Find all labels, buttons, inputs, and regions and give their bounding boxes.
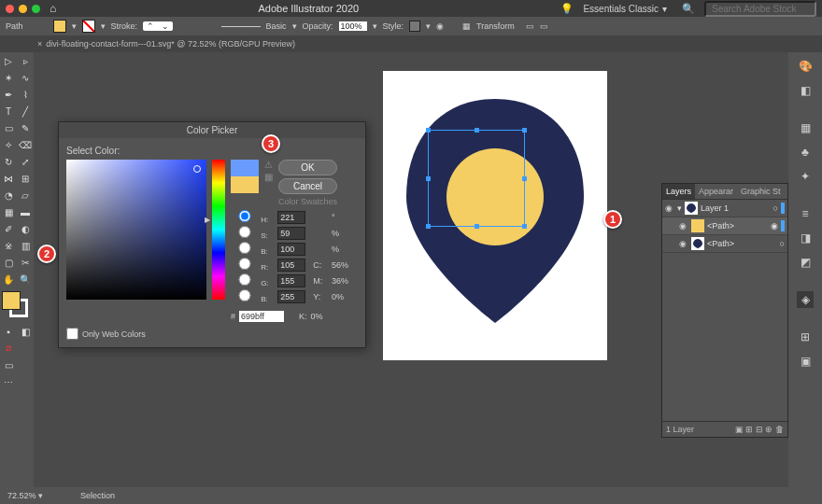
rotate-tool[interactable]: ↻ [0, 153, 17, 170]
tab-close-icon[interactable]: × [37, 39, 42, 49]
visibility-icon[interactable]: ◉ [679, 239, 688, 248]
artboard[interactable] [383, 71, 607, 360]
properties-panel-icon[interactable]: ⊞ [797, 329, 814, 345]
stroke-panel-icon[interactable]: ≡ [797, 205, 814, 222]
workspace-switcher[interactable]: Essentials Classic ▾ [583, 4, 673, 14]
eraser-tool[interactable]: ⌫ [17, 136, 34, 153]
tab-graphic-styles[interactable]: Graphic St [737, 184, 785, 199]
symbol-sprayer-tool[interactable]: ※ [0, 237, 17, 254]
disclosure-icon[interactable]: ▾ [677, 203, 682, 213]
b-input[interactable] [277, 243, 305, 256]
web-colors-input[interactable] [66, 328, 78, 340]
color-guide-panel-icon[interactable]: ◧ [797, 82, 814, 99]
color-mode-icon[interactable]: ▪ [0, 323, 17, 340]
target-icon[interactable]: ○ [773, 203, 778, 213]
search-input[interactable] [704, 1, 816, 17]
window-controls[interactable] [6, 5, 40, 13]
graph-tool[interactable]: ▥ [17, 237, 34, 254]
pen-tool[interactable]: ✒ [0, 86, 17, 103]
hue-slider[interactable] [212, 160, 225, 300]
stroke-weight-input[interactable]: ⌃ ⌄ [143, 21, 173, 31]
type-tool[interactable]: T [0, 103, 17, 119]
gradient-tool[interactable]: ▬ [17, 203, 34, 220]
b2-input[interactable] [277, 290, 305, 303]
curvature-tool[interactable]: ⌇ [17, 86, 34, 103]
zoom-icon[interactable] [32, 5, 40, 13]
rectangle-tool[interactable]: ▭ [0, 119, 17, 136]
edit-toolbar-icon[interactable]: ⋯ [0, 373, 17, 390]
slice-tool[interactable]: ✂ [17, 254, 34, 271]
line-tool[interactable]: ╱ [17, 103, 34, 119]
shaper-tool[interactable]: ✧ [0, 136, 17, 153]
selection-bbox[interactable] [428, 130, 525, 227]
opacity-dropdown-icon[interactable]: ▾ [373, 21, 377, 31]
h-input[interactable] [277, 211, 305, 224]
width-tool[interactable]: ⋈ [0, 170, 17, 187]
web-colors-checkbox[interactable]: Only Web Colors [66, 328, 358, 340]
layer-row[interactable]: ◉ <Path> ◉ [662, 217, 787, 235]
none-mode-icon[interactable]: ⧄ [0, 340, 17, 357]
shape-builder-tool[interactable]: ◔ [0, 187, 17, 203]
gradient-panel-icon[interactable]: ◨ [797, 230, 814, 246]
target-icon[interactable]: ○ [780, 239, 785, 248]
search-icon[interactable]: 🔍 [682, 3, 695, 15]
eyedropper-tool[interactable]: ✐ [0, 220, 17, 237]
web-safe-icon[interactable]: ▦ [264, 172, 273, 182]
isolate-icon[interactable]: ▭ [526, 21, 534, 31]
stroke-dropdown-icon[interactable]: ▾ [101, 21, 106, 31]
style-swatch[interactable] [409, 21, 420, 32]
libraries-panel-icon[interactable]: ▣ [797, 353, 814, 370]
layer-row[interactable]: ◉ <Path> ○ [662, 235, 787, 253]
hex-input[interactable] [239, 311, 284, 322]
fill-swatch[interactable] [53, 20, 66, 33]
opacity-input[interactable] [339, 21, 367, 31]
minimize-icon[interactable] [19, 5, 27, 13]
spectrum-cursor[interactable] [193, 165, 201, 173]
paintbrush-tool[interactable]: ✎ [17, 119, 34, 136]
layers-panel-icon[interactable]: ◈ [797, 291, 814, 308]
g-radio[interactable] [231, 273, 259, 286]
mesh-tool[interactable]: ▦ [0, 203, 17, 220]
layer-name[interactable]: <Path> [707, 239, 734, 248]
home-icon[interactable]: ⌂ [50, 2, 56, 15]
fill-stroke-control[interactable] [2, 291, 30, 319]
gradient-mode-icon[interactable]: ◧ [17, 323, 34, 340]
hand-tool[interactable]: ✋ [0, 271, 17, 287]
align-icon[interactable]: ▦ [462, 21, 471, 31]
s-input[interactable] [277, 227, 305, 240]
magic-wand-tool[interactable]: ✶ [0, 69, 17, 86]
transform-label[interactable]: Transform [476, 21, 515, 31]
visibility-icon[interactable]: ◉ [665, 203, 674, 213]
r-input[interactable] [277, 259, 305, 272]
color-panel-icon[interactable]: 🎨 [797, 58, 814, 75]
scale-tool[interactable]: ⤢ [17, 153, 34, 170]
zoom-tool[interactable]: 🔍 [17, 271, 34, 287]
blend-tool[interactable]: ◐ [17, 220, 34, 237]
free-transform-tool[interactable]: ⊞ [17, 170, 34, 187]
out-of-gamut-icon[interactable]: ⚠ [264, 160, 273, 170]
layers-actions[interactable]: ▣ ⊞ ⊟ ⊕ 🗑 [735, 425, 784, 434]
stroke-swatch[interactable] [82, 20, 95, 33]
b2-radio[interactable] [231, 289, 259, 301]
b-radio[interactable] [231, 242, 259, 254]
transparency-panel-icon[interactable]: ◩ [797, 254, 814, 271]
visibility-icon[interactable]: ◉ [679, 221, 688, 231]
status-tool[interactable]: Selection [80, 491, 115, 500]
fill-indicator[interactable] [2, 291, 21, 310]
artboard-tool[interactable]: ▢ [0, 254, 17, 271]
cloud-sync-icon[interactable]: 💡 [560, 3, 574, 15]
lasso-tool[interactable]: ∿ [17, 69, 34, 86]
close-icon[interactable] [6, 5, 14, 13]
s-radio[interactable] [231, 226, 259, 238]
screen-mode-icon[interactable]: ▭ [0, 357, 17, 373]
perspective-tool[interactable]: ▱ [17, 187, 34, 203]
ok-button[interactable]: OK [278, 160, 337, 175]
h-radio[interactable] [231, 210, 259, 222]
layer-name[interactable]: Layer 1 [701, 203, 729, 213]
fill-dropdown-icon[interactable]: ▾ [72, 21, 77, 31]
g-input[interactable] [277, 274, 305, 287]
recolor-icon[interactable]: ◉ [436, 21, 444, 31]
target-icon[interactable]: ◉ [771, 221, 778, 231]
zoom-level[interactable]: 72.52% ▾ [7, 491, 43, 500]
selection-tool[interactable]: ▷ [0, 52, 17, 69]
